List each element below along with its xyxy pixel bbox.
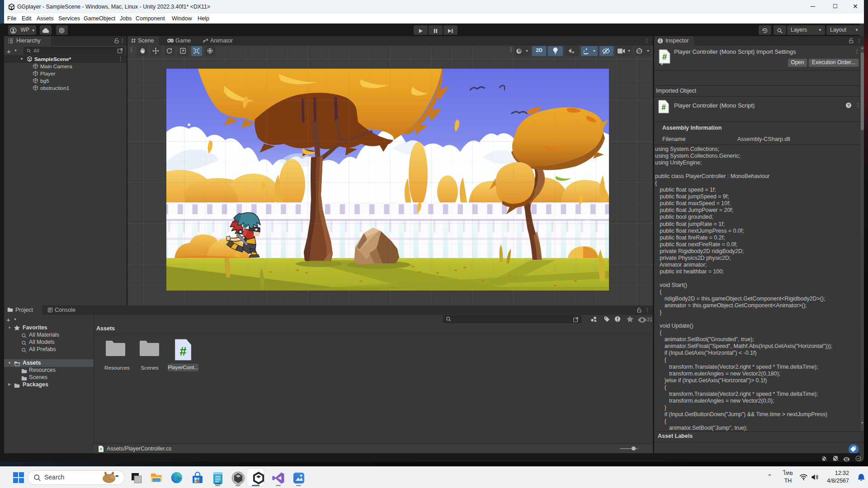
svg-text:#: # [661,103,666,112]
svg-text:#: # [662,52,667,61]
svg-text:#: # [180,345,187,358]
svg-text:#: # [100,447,102,451]
svg-text:?: ? [847,103,849,108]
